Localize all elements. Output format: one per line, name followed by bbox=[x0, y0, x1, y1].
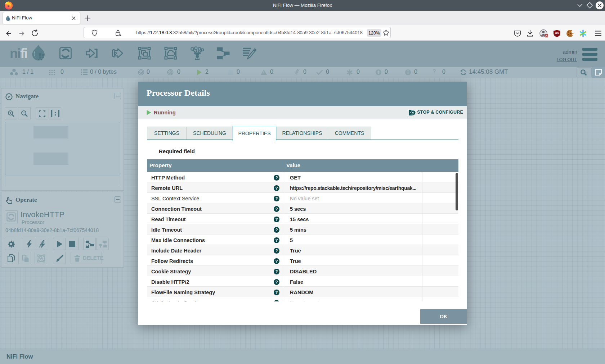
svg-text:UO: UO bbox=[555, 32, 559, 35]
